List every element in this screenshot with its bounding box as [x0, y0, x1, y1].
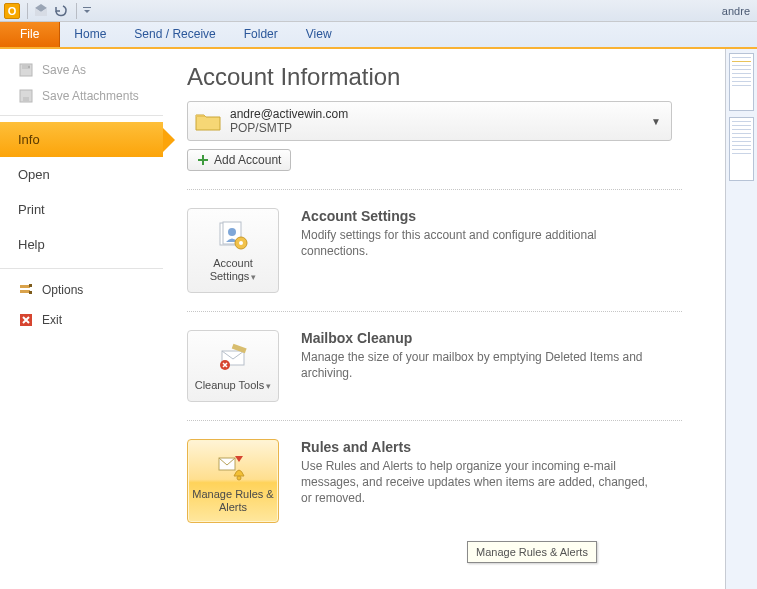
page-title: Account Information [187, 63, 737, 91]
svg-rect-0 [83, 7, 91, 8]
chevron-down-icon: ▼ [651, 116, 661, 127]
tooltip: Manage Rules & Alerts [467, 541, 597, 563]
nav-info[interactable]: Info [0, 122, 163, 157]
account-protocol: POP/SMTP [230, 121, 348, 135]
tab-file[interactable]: File [0, 22, 60, 47]
section-mailbox-cleanup: Cleanup Tools▾ Mailbox Cleanup Manage th… [187, 330, 687, 402]
cleanup-tools-button[interactable]: Cleanup Tools▾ [187, 330, 279, 402]
tab-send-receive[interactable]: Send / Receive [120, 22, 229, 47]
nav-help[interactable]: Help [0, 227, 163, 262]
save-icon [18, 62, 34, 78]
svg-point-15 [228, 228, 236, 236]
account-settings-icon [216, 220, 250, 252]
nav-options[interactable]: Options [0, 275, 163, 305]
section-account-settings: Account Settings▾ Account Settings Modif… [187, 208, 687, 293]
account-selector[interactable]: andre@activewin.com POP/SMTP ▼ [187, 101, 672, 141]
cleanup-icon [216, 343, 250, 373]
svg-rect-8 [29, 284, 32, 287]
tab-view[interactable]: View [292, 22, 346, 47]
backstage-content: Account Information andre@activewin.com … [163, 49, 757, 589]
plus-icon [197, 154, 209, 166]
nav-exit[interactable]: Exit [0, 305, 163, 335]
svg-rect-3 [28, 66, 30, 68]
nav-options-label: Options [42, 283, 83, 297]
nav-print[interactable]: Print [0, 192, 163, 227]
app-icon[interactable]: O [3, 2, 21, 20]
rules-alerts-desc: Use Rules and Alerts to help organize yo… [301, 458, 661, 506]
nav-exit-label: Exit [42, 313, 62, 327]
nav-open[interactable]: Open [0, 157, 163, 192]
mailbox-cleanup-desc: Manage the size of your mailbox by empty… [301, 349, 661, 381]
account-settings-button[interactable]: Account Settings▾ [187, 208, 279, 293]
options-icon [18, 282, 34, 298]
ribbon-tabs: File Home Send / Receive Folder View [0, 22, 757, 49]
exit-icon [18, 312, 34, 328]
backstage-nav: Save As Save Attachments Info Open Print… [0, 49, 163, 589]
add-account-label: Add Account [214, 153, 281, 167]
qat-undo-icon[interactable] [52, 2, 70, 20]
add-account-button[interactable]: Add Account [187, 149, 291, 171]
svg-rect-7 [20, 290, 30, 293]
dropdown-indicator-icon: ▾ [251, 272, 256, 282]
title-bar: O andre [0, 0, 757, 22]
account-email: andre@activewin.com [230, 107, 348, 121]
tab-home[interactable]: Home [60, 22, 120, 47]
attachment-icon [18, 88, 34, 104]
svg-rect-12 [198, 159, 208, 161]
nav-save-as-label: Save As [42, 63, 86, 77]
svg-rect-6 [20, 285, 30, 288]
qat-customize-icon[interactable] [81, 2, 93, 20]
window-title-user: andre [722, 5, 754, 17]
nav-save-attachments: Save Attachments [0, 83, 163, 109]
account-settings-desc: Modify settings for this account and con… [301, 227, 661, 259]
rules-alerts-icon [216, 452, 250, 482]
tab-folder[interactable]: Folder [230, 22, 292, 47]
print-preview-strip [725, 49, 757, 589]
qat-send-receive-icon[interactable] [32, 2, 50, 20]
dropdown-indicator-icon: ▾ [266, 381, 271, 391]
svg-point-17 [239, 241, 243, 245]
folder-icon [194, 108, 222, 134]
mailbox-cleanup-title: Mailbox Cleanup [301, 330, 661, 346]
svg-rect-5 [23, 97, 29, 101]
account-settings-title: Account Settings [301, 208, 661, 224]
manage-rules-alerts-button[interactable]: Manage Rules & Alerts [187, 439, 279, 523]
svg-point-22 [237, 476, 241, 480]
backstage: Save As Save Attachments Info Open Print… [0, 49, 757, 589]
nav-save-as: Save As [0, 57, 163, 83]
section-rules-alerts: Manage Rules & Alerts Rules and Alerts U… [187, 439, 687, 523]
svg-rect-9 [29, 291, 32, 294]
nav-save-attachments-label: Save Attachments [42, 89, 139, 103]
rules-alerts-title: Rules and Alerts [301, 439, 661, 455]
